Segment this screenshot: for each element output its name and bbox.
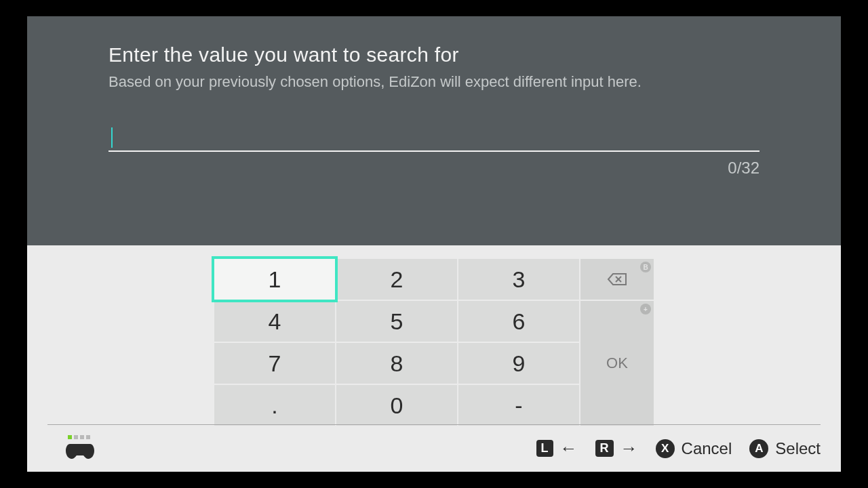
footer-bar: L ← R → X Cancel A Select	[47, 424, 821, 472]
a-button-chip: A	[749, 439, 768, 458]
arrow-left-icon: ←	[560, 438, 578, 459]
ok-badge: +	[640, 304, 651, 314]
prompt-subtitle: Based on your previously chosen options,…	[108, 73, 760, 91]
backspace-key[interactable]: B	[580, 259, 654, 300]
nav-left-hint: L ←	[536, 438, 578, 459]
numeric-keypad: 1 2 3 4 5 6 7 8 9 . 0 -	[27, 259, 841, 426]
text-caret	[111, 127, 113, 148]
ok-label: OK	[606, 354, 628, 372]
digit-grid: 1 2 3 4 5 6 7 8 9 . 0 -	[214, 259, 579, 426]
backspace-icon	[607, 272, 627, 286]
software-keyboard: Enter the value you want to search for B…	[27, 16, 841, 472]
key-7[interactable]: 7	[214, 343, 335, 384]
key-5[interactable]: 5	[336, 301, 457, 342]
key-3[interactable]: 3	[458, 259, 579, 300]
l-button-chip: L	[536, 440, 553, 457]
cancel-hint[interactable]: X Cancel	[656, 439, 732, 458]
controller-indicator	[47, 435, 81, 462]
char-counter: 0/32	[728, 159, 760, 178]
key-dot[interactable]: .	[214, 385, 335, 426]
x-button-chip: X	[656, 439, 675, 458]
select-label: Select	[775, 439, 821, 458]
key-8[interactable]: 8	[336, 343, 457, 384]
key-4[interactable]: 4	[214, 301, 335, 342]
key-9[interactable]: 9	[458, 343, 579, 384]
key-minus[interactable]: -	[458, 385, 579, 426]
prompt-title: Enter the value you want to search for	[108, 43, 760, 66]
cancel-label: Cancel	[682, 439, 732, 458]
nav-right-hint: R →	[595, 438, 638, 459]
arrow-right-icon: →	[620, 438, 638, 459]
select-hint[interactable]: A Select	[749, 439, 821, 458]
value-input[interactable]	[108, 125, 760, 152]
key-2[interactable]: 2	[336, 259, 457, 300]
controller-icon	[65, 442, 95, 464]
key-1[interactable]: 1	[214, 259, 335, 300]
key-0[interactable]: 0	[336, 385, 457, 426]
r-button-chip: R	[595, 440, 614, 457]
ok-key[interactable]: OK +	[580, 301, 654, 426]
header-panel: Enter the value you want to search for B…	[27, 16, 841, 245]
input-area: 0/32	[108, 125, 760, 152]
key-6[interactable]: 6	[458, 301, 579, 342]
backspace-badge: B	[640, 262, 651, 272]
